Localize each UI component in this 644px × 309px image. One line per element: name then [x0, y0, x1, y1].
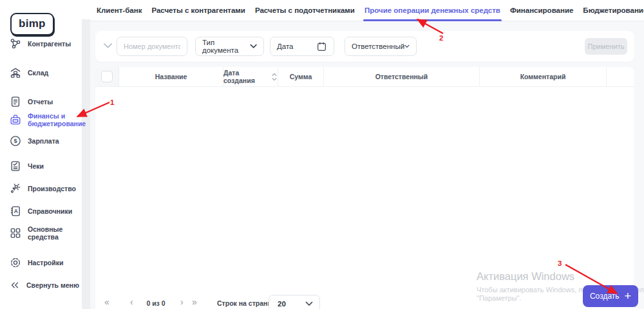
sidebar-item-contractors[interactable]: Контрагенты — [9, 37, 83, 50]
collapse-icon — [9, 279, 21, 291]
sort-icon[interactable] — [271, 72, 278, 82]
chevron-down-icon — [404, 44, 410, 49]
column-label: Дата создания — [223, 69, 267, 84]
sidebar-item-label: Финансы и бюджетирование — [28, 112, 83, 127]
select-all-checkbox[interactable] — [101, 71, 113, 82]
gear-icon — [9, 256, 22, 269]
pagination-next-button[interactable]: › — [180, 297, 184, 306]
responsible-select[interactable]: Ответственный — [345, 37, 417, 56]
tab-client-bank[interactable]: Клиент-банк — [97, 0, 142, 21]
sidebar-item-warehouse[interactable]: Склад — [9, 66, 83, 79]
tab-contractor-settlements[interactable]: Расчеты с контрагентами — [151, 0, 245, 21]
sidebar-item-label: Зарплата — [28, 137, 83, 145]
filter-expand-chevron-icon[interactable] — [103, 42, 113, 49]
document-type-select[interactable]: Тип документа — [195, 37, 264, 56]
column-label: Комментарий — [520, 73, 566, 80]
chevron-down-icon — [250, 44, 257, 49]
create-button[interactable]: Создать + — [583, 285, 638, 307]
document-type-label: Тип документа — [202, 39, 250, 54]
responsible-label: Ответственный — [352, 42, 404, 50]
salary-icon: $ — [9, 135, 22, 147]
sidebar-item-salary[interactable]: $ Зарплата — [9, 135, 83, 147]
sidebar-collapse-label: Свернуть меню — [26, 281, 82, 289]
select-all-cell — [95, 67, 119, 86]
report-icon — [9, 95, 22, 108]
sidebar-item-production[interactable]: Производство — [9, 182, 83, 195]
plus-icon: + — [625, 290, 632, 302]
pagination-first-button[interactable]: « — [104, 297, 109, 306]
top-navigation: Клиент-банк Расчеты с контрагентами Расч… — [90, 0, 644, 21]
date-label: Дата — [277, 42, 293, 50]
sidebar-item-label: Справочники — [28, 207, 83, 215]
pagination-last-button[interactable]: » — [192, 297, 197, 306]
tab-label: Прочие операции денежных средств — [365, 6, 500, 14]
date-picker[interactable]: Дата — [270, 37, 334, 56]
sidebar-item-label: Основные средства — [28, 225, 83, 241]
sidebar-gap-top — [82, 0, 90, 19]
assets-icon — [9, 227, 22, 239]
sidebar-item-label: Отчеты — [28, 98, 83, 106]
apply-button[interactable]: Применить — [585, 38, 627, 55]
column-header-comment: Комментарий — [480, 67, 607, 86]
sidebar-item-assets[interactable]: Основные средства — [9, 225, 83, 241]
sidebar-item-label: Чеки — [28, 162, 83, 170]
sidebar-item-label: Настройки — [28, 259, 83, 267]
filter-panel: Тип документа Дата Ответственный Примени… — [95, 31, 634, 62]
directory-icon: A — [9, 205, 22, 218]
sidebar-item-reports[interactable]: Отчеты — [9, 95, 83, 108]
receipt-icon — [9, 160, 22, 173]
create-button-label: Создать — [590, 292, 620, 301]
column-header-responsible: Ответственный — [324, 67, 480, 86]
sidebar-item-label: Контрагенты — [28, 40, 83, 48]
tab-financing[interactable]: Финансирование — [510, 0, 573, 21]
column-label: Сумма — [290, 73, 312, 80]
warehouse-icon — [9, 66, 22, 79]
column-label: Название — [155, 73, 187, 80]
tab-label: Расчеты с контрагентами — [151, 6, 245, 14]
sidebar-item-checks[interactable]: Чеки — [9, 160, 83, 173]
tab-other-cash-operations[interactable]: Прочие операции денежных средств — [365, 0, 500, 21]
tab-label: Клиент-банк — [97, 6, 142, 14]
rows-per-page-value: 20 — [278, 300, 286, 308]
tab-accountable-settlements[interactable]: Расчеты с подотчетниками — [255, 0, 355, 21]
app-logo: bimp — [10, 13, 54, 35]
tab-label: Расчеты с подотчетниками — [255, 6, 355, 14]
document-number-input[interactable] — [117, 37, 187, 56]
table-header-row: Название Дата создания Сумма Ответственн… — [95, 67, 634, 87]
calendar-icon — [316, 41, 327, 52]
network-icon — [9, 37, 22, 50]
pagination-count: 0 из 0 — [138, 299, 174, 308]
column-header-name: Название — [119, 67, 223, 86]
tab-budgeting[interactable]: Бюджетирование — [583, 0, 644, 21]
briefcase-icon — [9, 113, 22, 126]
svg-text:A: A — [14, 208, 18, 214]
column-header-actions — [607, 67, 634, 86]
sidebar-item-label: Производство — [28, 185, 83, 192]
sidebar-item-finance[interactable]: Финансы и бюджетирование — [9, 112, 83, 127]
sidebar-item-settings[interactable]: Настройки — [9, 256, 83, 269]
svg-text:$: $ — [14, 138, 17, 144]
tab-label: Финансирование — [510, 6, 573, 14]
sidebar-item-label: Склад — [28, 69, 83, 77]
main-content: Клиент-банк Расчеты с контрагентами Расч… — [90, 0, 644, 309]
rows-per-page-select[interactable]: 20 — [269, 295, 320, 309]
tab-label: Бюджетирование — [583, 6, 644, 14]
column-header-created-date[interactable]: Дата создания — [223, 67, 278, 86]
sidebar-collapse-menu[interactable]: Свернуть меню — [9, 279, 82, 291]
column-label: Ответственный — [375, 73, 428, 80]
pagination-prev-button[interactable]: ‹ — [130, 297, 133, 306]
chevron-down-icon — [305, 301, 313, 306]
production-icon — [9, 182, 22, 195]
column-header-amount: Сумма — [278, 67, 324, 86]
documents-table: Название Дата создания Сумма Ответственн… — [95, 67, 634, 309]
sidebar-item-directories[interactable]: A Справочники — [9, 205, 83, 218]
sidebar: bimp Контрагенты Склад Отчеты Финансы и … — [0, 0, 82, 309]
